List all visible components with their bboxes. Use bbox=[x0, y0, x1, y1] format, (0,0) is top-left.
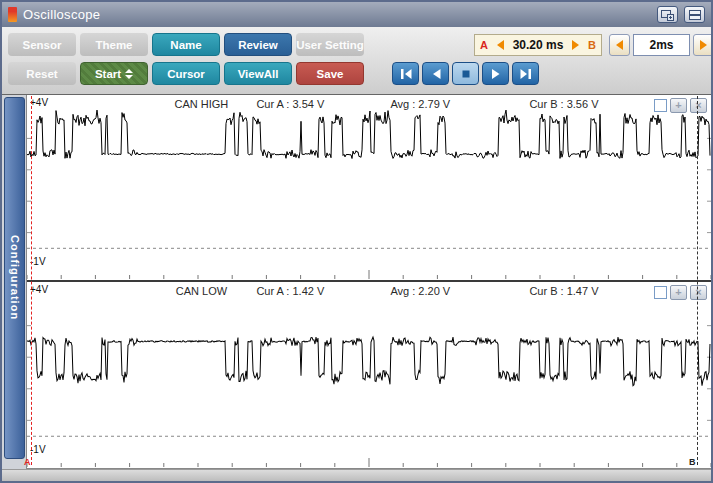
cursor-b-arrow-icon[interactable] bbox=[572, 40, 579, 50]
app-icon bbox=[8, 7, 17, 22]
start-button-label: Start bbox=[95, 68, 121, 80]
user-setting-button[interactable]: User Setting bbox=[296, 33, 364, 56]
channel2-vmin-label: -1V bbox=[30, 444, 46, 455]
timebase-decrease-button[interactable] bbox=[609, 34, 630, 56]
name-button[interactable]: Name bbox=[152, 33, 220, 56]
channel1-name: CAN HIGH bbox=[175, 98, 229, 110]
oscilloscope-window: Oscilloscope Sensor Theme Name Review Us… bbox=[0, 0, 713, 483]
theme-button[interactable]: Theme bbox=[80, 33, 148, 56]
timebase-left-icon bbox=[616, 40, 623, 50]
toolbar-row-2: Reset Start Cursor ViewAll Save bbox=[8, 62, 711, 85]
timebase-control: 2ms bbox=[609, 34, 713, 56]
cursor-time-range-display: A 30.20 ms B bbox=[474, 34, 602, 56]
playback-controls bbox=[392, 62, 539, 85]
viewall-button[interactable]: ViewAll bbox=[224, 62, 292, 85]
cursor-a-arrow-icon[interactable] bbox=[497, 40, 504, 50]
play-button[interactable] bbox=[482, 62, 509, 85]
channel1-checkbox[interactable] bbox=[654, 99, 667, 112]
window-split-icon bbox=[661, 9, 674, 21]
stop-button[interactable] bbox=[452, 62, 479, 85]
skip-end-icon bbox=[519, 68, 533, 80]
cursor-b-marker: B bbox=[689, 457, 696, 467]
titlebar: Oscilloscope bbox=[2, 2, 711, 27]
stop-icon bbox=[460, 68, 472, 80]
configuration-tab-label: Configuration bbox=[9, 235, 21, 320]
waveform-can-high bbox=[27, 95, 711, 280]
sensor-button[interactable]: Sensor bbox=[8, 33, 76, 56]
skip-start-button[interactable] bbox=[392, 62, 419, 85]
channel-can-high: +4V CAN HIGH Cur A : 3.54 V Avg : 2.79 V… bbox=[27, 95, 711, 282]
channel1-cursor-a-value: Cur A : 3.54 V bbox=[256, 98, 324, 110]
channel-can-low: +4V CAN LOW Cur A : 1.42 V Avg : 2.20 V … bbox=[27, 282, 711, 469]
step-back-icon bbox=[430, 68, 442, 80]
channel2-add-button[interactable]: + bbox=[670, 285, 687, 300]
cursor-a-line[interactable] bbox=[31, 96, 32, 465]
waveform-can-low bbox=[27, 282, 711, 468]
play-icon bbox=[490, 68, 502, 80]
channel2-controls: + × bbox=[654, 285, 707, 300]
skip-start-icon bbox=[399, 68, 413, 80]
timebase-right-icon bbox=[700, 40, 707, 50]
window-stack-button[interactable] bbox=[684, 6, 705, 23]
time-range-value: 30.20 ms bbox=[513, 38, 564, 52]
window-stack-icon bbox=[689, 9, 701, 21]
channel2-checkbox[interactable] bbox=[654, 286, 667, 299]
bottom-strip bbox=[2, 469, 711, 481]
timebase-value[interactable]: 2ms bbox=[633, 34, 690, 56]
channel1-vmax-label: +4V bbox=[30, 97, 48, 108]
channel2-name: CAN LOW bbox=[176, 285, 227, 297]
channel2-cursor-a-value: Cur A : 1.42 V bbox=[256, 285, 324, 297]
channel1-avg-value: Avg : 2.79 V bbox=[390, 98, 450, 110]
start-button[interactable]: Start bbox=[80, 62, 148, 85]
save-button[interactable]: Save bbox=[296, 62, 364, 85]
channel1-vmin-label: -1V bbox=[30, 256, 46, 267]
window-split-button[interactable] bbox=[657, 6, 678, 23]
channel2-cursor-b-value: Cur B : 1.47 V bbox=[529, 285, 598, 297]
toolbar-row-1: Sensor Theme Name Review User Setting bbox=[8, 33, 711, 56]
channel1-close-button[interactable]: × bbox=[690, 98, 707, 113]
channel2-vmax-label: +4V bbox=[30, 284, 48, 295]
cursor-b-line[interactable] bbox=[697, 96, 698, 465]
skip-end-button[interactable] bbox=[512, 62, 539, 85]
toolbar: Sensor Theme Name Review User Setting Re… bbox=[2, 27, 711, 94]
sidebar-column: Configuration bbox=[2, 95, 27, 469]
timebase-increase-button[interactable] bbox=[693, 34, 713, 56]
configuration-tab[interactable]: Configuration bbox=[4, 97, 25, 459]
review-button[interactable]: Review bbox=[224, 33, 292, 56]
channel2-close-button[interactable]: × bbox=[690, 285, 707, 300]
channel1-cursor-b-value: Cur B : 3.56 V bbox=[529, 98, 598, 110]
cursor-a-label: A bbox=[480, 39, 488, 51]
cursor-b-label: B bbox=[588, 39, 596, 51]
start-updown-icon bbox=[125, 69, 133, 79]
cursor-button[interactable]: Cursor bbox=[152, 62, 220, 85]
cursor-a-marker: A bbox=[24, 457, 31, 467]
channel1-add-button[interactable]: + bbox=[670, 98, 687, 113]
channel2-avg-value: Avg : 2.20 V bbox=[390, 285, 450, 297]
channel-stack: +4V CAN HIGH Cur A : 3.54 V Avg : 2.79 V… bbox=[27, 95, 711, 469]
channel1-controls: + × bbox=[654, 98, 707, 113]
scope-area: Configuration +4V CAN HIGH Cur A : 3.54 … bbox=[2, 94, 711, 469]
reset-button[interactable]: Reset bbox=[8, 62, 76, 85]
step-back-button[interactable] bbox=[422, 62, 449, 85]
window-title: Oscilloscope bbox=[23, 7, 651, 22]
